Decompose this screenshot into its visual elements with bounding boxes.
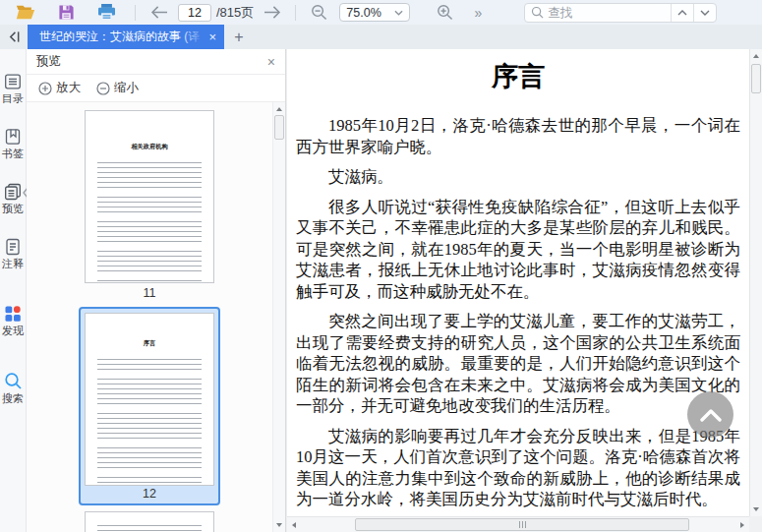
discover-icon xyxy=(4,305,22,323)
back-to-top-button[interactable] xyxy=(687,391,733,438)
document-vertical-scrollbar[interactable] xyxy=(749,49,762,516)
more-tools-icon[interactable]: » xyxy=(465,0,491,25)
preview-panel-title: 预览 xyxy=(36,53,61,70)
document-paragraph: 艾滋病的影响要再过几年才会充分反映出来，但是1985年10月这一天，人们首次意识… xyxy=(296,426,740,510)
tab-title: 世纪的哭泣：艾滋病的故事 (译 xyxy=(39,29,205,45)
thumbnail-zoom-in-button[interactable]: 放大 xyxy=(38,80,81,96)
preview-scrollbar[interactable] xyxy=(272,102,285,532)
horizontal-scrollbar-thumb[interactable] xyxy=(355,518,689,531)
scroll-down-arrow-icon[interactable] xyxy=(273,519,285,531)
search-icon xyxy=(531,6,544,19)
new-tab-icon[interactable]: + xyxy=(224,25,254,49)
open-file-icon[interactable] xyxy=(13,0,38,25)
sidebar-item-annotations[interactable]: 注释 xyxy=(0,238,27,269)
page-number-input[interactable] xyxy=(178,4,211,22)
toolbar-divider xyxy=(295,5,296,21)
find-next-icon[interactable] xyxy=(693,3,716,23)
scroll-left-arrow-icon[interactable] xyxy=(287,517,301,532)
thumbnail-page-image: 序言 xyxy=(85,313,214,486)
page-total-label: /815页 xyxy=(216,4,254,22)
document-view: 序言 1985年10月2日，洛克·哈德森去世的那个早晨，一个词在西方世界家喻户晓… xyxy=(286,49,762,532)
scroll-up-arrow-icon[interactable] xyxy=(750,50,762,62)
next-page-icon[interactable] xyxy=(258,0,285,25)
thumbnail-page-11[interactable]: 相关政府机构 11 xyxy=(85,110,214,300)
main-toolbar: /815页 75.0% » xyxy=(0,0,762,25)
zoom-out-icon[interactable] xyxy=(306,0,331,25)
document-paragraph: 突然之间出现了要上学的艾滋儿童，要工作的艾滋劳工，出现了需要经费支持的研究人员，… xyxy=(296,311,740,417)
zoom-level-dropdown[interactable]: 75.0% xyxy=(339,3,410,22)
close-panel-icon[interactable]: × xyxy=(267,55,275,69)
zoom-level-value: 75.0% xyxy=(346,6,381,20)
thumbnail-page-title: 序言 xyxy=(110,339,190,348)
thumbnail-zoom-out-button[interactable]: 缩小 xyxy=(96,80,139,96)
previous-page-icon[interactable] xyxy=(146,0,173,25)
circle-minus-icon xyxy=(96,82,110,95)
find-previous-icon[interactable] xyxy=(671,3,693,23)
zoom-in-icon[interactable] xyxy=(432,0,457,25)
thumbnail-list: 相关政府机构 11 序言 xyxy=(27,102,285,532)
thumbnail-page-image: 相关政府机构 xyxy=(85,110,214,283)
tab-title-fade xyxy=(179,29,205,45)
thumbnail-page-13[interactable] xyxy=(85,511,214,532)
thumbnail-page-title: 相关政府机构 xyxy=(110,143,190,151)
scrollbar-corner xyxy=(749,516,762,532)
pdf-reader-window: /815页 75.0% » xyxy=(0,0,762,532)
bookmark-icon xyxy=(4,128,22,146)
document-horizontal-scrollbar[interactable] xyxy=(287,516,749,532)
chevron-up-icon xyxy=(699,408,723,422)
find-bar xyxy=(524,3,717,23)
vertical-scrollbar-thumb[interactable] xyxy=(751,64,761,93)
sidebar-item-search[interactable]: 搜索 xyxy=(0,372,27,404)
annotation-icon xyxy=(4,238,22,256)
sidebar-item-preview[interactable]: 预览 xyxy=(0,183,27,214)
sidebar-rail: 目录 书签 预览 xyxy=(0,49,27,532)
thumbnail-page-number: 12 xyxy=(85,487,214,502)
preview-panel: 预览 × 放大 缩小 xyxy=(27,49,286,532)
scroll-right-arrow-icon[interactable] xyxy=(735,517,749,532)
preview-panel-header: 预览 × xyxy=(27,49,285,75)
sidebar-item-discover[interactable]: 发现 xyxy=(0,305,27,336)
find-input[interactable] xyxy=(544,6,671,20)
toolbar-divider xyxy=(135,5,136,21)
document-paragraph: 很多人听说过“获得性免疫缺陷综合征”，但这听上去似乎又事不关己，不幸罹患此症的大… xyxy=(296,197,740,303)
print-icon[interactable] xyxy=(93,0,119,25)
chevron-down-icon xyxy=(394,10,403,16)
document-paragraph: 1985年10月2日，洛克·哈德森去世的那个早晨，一个词在西方世界家喻户晓。 xyxy=(296,115,740,157)
collapse-tabs-icon[interactable] xyxy=(0,25,28,49)
circle-plus-icon xyxy=(38,82,52,95)
document-title: 序言 xyxy=(296,59,740,94)
thumbnail-page-image xyxy=(85,511,214,532)
close-tab-icon[interactable]: × xyxy=(208,30,216,43)
preview-tools: 放大 缩小 xyxy=(27,75,285,102)
thumbnail-page-number: 11 xyxy=(85,286,214,300)
toc-icon xyxy=(4,73,22,90)
scroll-up-arrow-icon[interactable] xyxy=(273,103,285,115)
scroll-down-arrow-icon[interactable] xyxy=(750,503,762,515)
document-tab[interactable]: 世纪的哭泣：艾滋病的故事 (译 × xyxy=(28,25,224,49)
document-page: 序言 1985年10月2日，洛克·哈德森去世的那个早晨，一个词在西方世界家喻户晓… xyxy=(287,49,749,516)
sidebar-item-toc[interactable]: 目录 xyxy=(0,73,27,104)
preview-scrollbar-thumb[interactable] xyxy=(274,115,284,140)
thumbnail-page-12-selected[interactable]: 序言 12 xyxy=(79,307,220,505)
document-paragraph: 艾滋病。 xyxy=(296,166,740,188)
save-icon[interactable] xyxy=(53,0,79,25)
tab-bar: 世纪的哭泣：艾滋病的故事 (译 × + xyxy=(0,25,762,49)
sidebar-item-bookmarks[interactable]: 书签 xyxy=(0,128,27,159)
preview-pages-icon xyxy=(4,183,22,201)
search-blue-icon xyxy=(4,372,23,390)
